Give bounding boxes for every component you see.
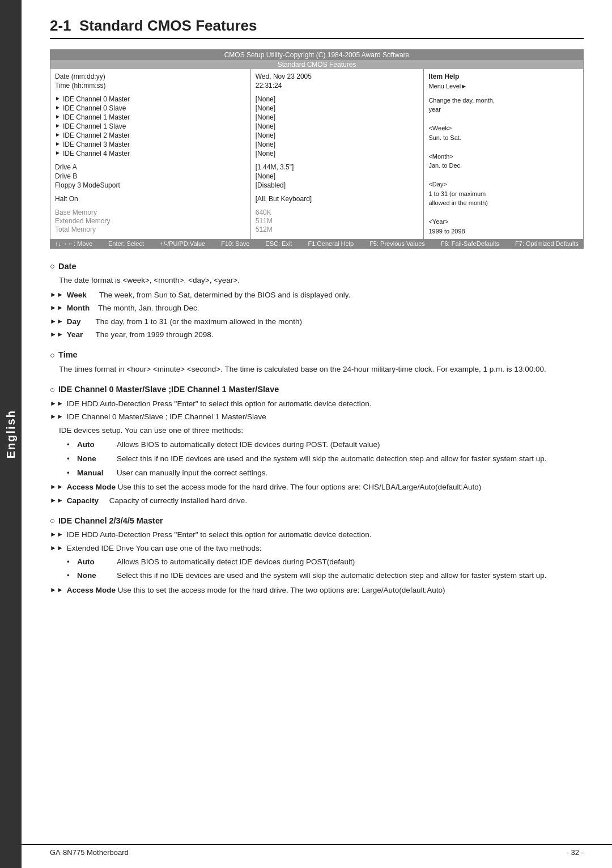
section-ide01-title: ○ IDE Channel 0 Master/Slave ;IDE Channe… (50, 385, 584, 394)
item-help-title: Item Help (428, 73, 579, 80)
ide3master-val: [None] (256, 141, 419, 148)
time-value: 22:31:24 (256, 82, 419, 90)
bios-body: Date (mm:dd:yy) Time (hh:mm:ss) ►IDE Cha… (50, 69, 583, 239)
bios-header: CMOS Setup Utility-Copyright (C) 1984-20… (50, 50, 583, 60)
bios-time-row: Time (hh:mm:ss) (55, 82, 246, 90)
drivea-val: [1.44M, 3.5"] (256, 163, 419, 171)
ide2345-item1: ►► Extended IDE Drive You can use one of… (50, 542, 584, 555)
extmemory-label: Extended Memory (55, 217, 246, 225)
chapter-name: Standard CMOS Features (79, 17, 257, 34)
side-tab: English (0, 0, 22, 868)
ide01-bullet1: • None Select this if no IDE devices are… (67, 453, 584, 465)
section-date-title: ○ Date (50, 261, 584, 271)
bios-mid-col: Wed, Nov 23 2005 22:31:24 [None] [None] … (251, 69, 424, 239)
time-label: Time (hh:mm:ss) (55, 82, 106, 90)
ide1master-row: ►IDE Channel 1 Master (55, 113, 246, 121)
bios-table: CMOS Setup Utility-Copyright (C) 1984-20… (50, 49, 584, 249)
ide2345-item0: ►► IDE HDD Auto-Detection Press "Enter" … (50, 529, 584, 541)
ide01-bullets: • Auto Allows BIOS to automatically dete… (67, 439, 584, 479)
footer-page: - 32 - (567, 848, 584, 857)
help-text: Change the day, month,year<Week>Sun. to … (428, 96, 579, 236)
date-day: ►► Day The day, from 1 to 31 (or the max… (50, 316, 584, 328)
footer-enter: Enter: Select (108, 240, 144, 247)
date-sym: ○ (50, 261, 55, 271)
footer-f6: F6: Fail-SafeDefaults (441, 240, 499, 247)
ide01-bullet0: • Auto Allows BIOS to automatically dete… (67, 439, 584, 451)
basememory-val: 640K (256, 209, 419, 216)
footer-esc: ESC: Exit (265, 240, 292, 247)
ide2345-bullet0: • Auto Allows BIOS to automatically dete… (67, 556, 584, 568)
halton-val: [All, But Keyboard] (256, 195, 419, 203)
ide4master-row: ►IDE Channel 4 Master (55, 150, 246, 158)
ide01-item1: ►► IDE Channel 0 Master/Slave ; IDE Chan… (50, 411, 584, 423)
floppy-val: [Disabled] (256, 181, 419, 189)
footer-move: ↑↓→←: Move (55, 240, 92, 247)
footer-f1: F1:General Help (308, 240, 354, 247)
footer-product: GA-8N775 Motherboard (50, 848, 129, 857)
footer-f7: F7: Optimized Defaults (515, 240, 579, 247)
date-value: Wed, Nov 23 2005 (256, 73, 419, 80)
menu-level: Menu Level► (428, 82, 579, 91)
bios-left-col: Date (mm:dd:yy) Time (hh:mm:ss) ►IDE Cha… (50, 69, 251, 239)
footer-f10: F10: Save (221, 240, 249, 247)
bios-footer: ↑↓→←: Move Enter: Select +/-/PU/PD:Value… (50, 239, 583, 248)
chapter-title: 2-1 Standard CMOS Features (50, 17, 584, 39)
date-intro: The date format is <week>, <month>, <day… (50, 274, 584, 287)
drivea-label: Drive A (55, 163, 246, 171)
section-ide01-body: ►► IDE HDD Auto-Detection Press "Enter" … (50, 398, 584, 507)
section-ide2345-body: ►► IDE HDD Auto-Detection Press "Enter" … (50, 529, 584, 596)
bios-sub-header: Standard CMOS Features (50, 60, 583, 69)
ide2345-bullets: • Auto Allows BIOS to automatically dete… (67, 556, 584, 582)
ide1master-val: [None] (256, 113, 419, 121)
side-tab-label: English (5, 410, 18, 458)
ide0slave-row: ►IDE Channel 0 Slave (55, 104, 246, 112)
ide01-bullet2: • Manual User can manually input the cor… (67, 467, 584, 479)
ide4master-val: [None] (256, 150, 419, 158)
page-footer: GA-8N775 Motherboard - 32 - (22, 844, 612, 857)
ide1slave-val: [None] (256, 122, 419, 130)
ide3master-row: ►IDE Channel 3 Master (55, 141, 246, 148)
section-date-body: The date format is <week>, <month>, <day… (50, 274, 584, 341)
extmemory-val: 511M (256, 217, 419, 225)
ide01-item0: ►► IDE HDD Auto-Detection Press "Enter" … (50, 398, 584, 410)
ide0slave-val: [None] (256, 104, 419, 112)
section-time: ○ Time The times format in <hour> <minut… (50, 350, 584, 376)
date-month: ►► Month The month, Jan. through Dec. (50, 302, 584, 314)
ide01-capacity: ►► Capacity Capacity of currectly instal… (50, 495, 584, 507)
driveb-label: Drive B (55, 172, 246, 180)
ide2master-row: ►IDE Channel 2 Master (55, 131, 246, 139)
time-sym: ○ (50, 350, 55, 360)
ide2345-sym: ○ (50, 516, 55, 525)
ide01-access: ►► Access Mode Use this to set the acces… (50, 481, 584, 493)
totalmemory-val: 512M (256, 225, 419, 233)
ide2345-access: ►► Access Mode Use this to set the acces… (50, 584, 584, 597)
floppy-label: Floppy 3 ModeSuport (55, 181, 246, 189)
section-date: ○ Date The date format is <week>, <month… (50, 261, 584, 341)
basememory-label: Base Memory (55, 209, 246, 216)
driveb-val: [None] (256, 172, 419, 180)
section-time-body: The times format in <hour> <minute> <sec… (50, 363, 584, 376)
footer-f5: F5: Previous Values (369, 240, 425, 247)
time-intro: The times format in <hour> <minute> <sec… (50, 363, 584, 376)
bios-right-col: Item Help Menu Level► Change the day, mo… (424, 69, 583, 239)
totalmemory-label: Total Memory (55, 225, 246, 233)
halton-label: Halt On (55, 195, 246, 203)
ide0master-val: [None] (256, 95, 419, 103)
ide01-sym: ○ (50, 385, 55, 394)
section-ide2345-title: ○ IDE Channel 2/3/4/5 Master (50, 516, 584, 525)
chapter-number: 2-1 (50, 17, 71, 34)
date-year: ►► Year The year, from 1999 through 2098… (50, 329, 584, 341)
bios-date-row: Date (mm:dd:yy) (55, 73, 246, 80)
main-content: 2-1 Standard CMOS Features CMOS Setup Ut… (22, 0, 612, 628)
section-ide2345: ○ IDE Channel 2/3/4/5 Master ►► IDE HDD … (50, 516, 584, 596)
ide0master-row: ►IDE Channel 0 Master (55, 95, 246, 103)
section-time-title: ○ Time (50, 350, 584, 360)
footer-value: +/-/PU/PD:Value (160, 240, 205, 247)
date-week: ►► Week The week, from Sun to Sat, deter… (50, 289, 584, 301)
date-label: Date (mm:dd:yy) (55, 73, 105, 80)
ide1slave-row: ►IDE Channel 1 Slave (55, 122, 246, 130)
ide01-extra: IDE devices setup. You can use one of th… (50, 424, 584, 437)
ide2345-bullet1: • None Select this if no IDE devices are… (67, 569, 584, 582)
section-ide01: ○ IDE Channel 0 Master/Slave ;IDE Channe… (50, 385, 584, 507)
ide2master-val: [None] (256, 131, 419, 139)
